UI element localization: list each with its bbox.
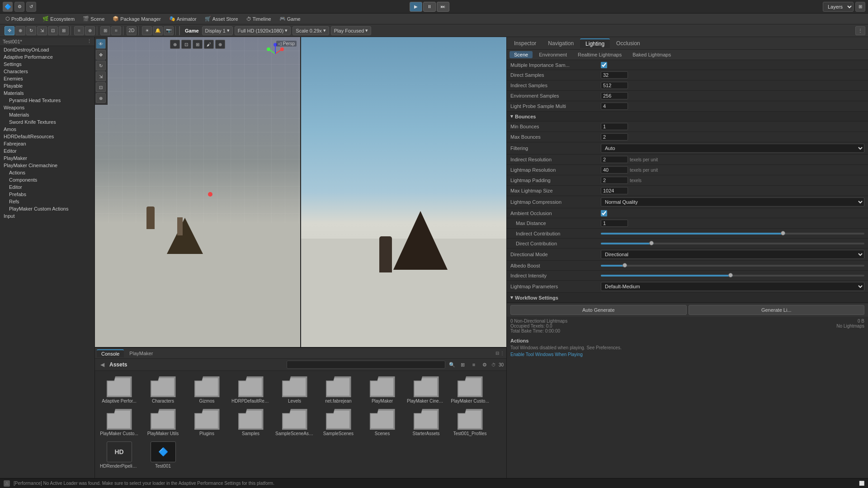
resolution-dropdown[interactable]: Full HD (868x488) ▾ [235, 26, 291, 35]
assets-back-btn[interactable]: ◀ [98, 360, 107, 369]
slider-direct-contribution[interactable] [601, 243, 864, 244]
camera-gizmo-btn[interactable]: 📷 [164, 26, 174, 35]
assets-search-input[interactable] [287, 361, 445, 369]
dropdown-filtering[interactable]: Auto [601, 144, 864, 153]
scene-scale-btn[interactable]: ⇲ [96, 71, 106, 81]
paint-btn[interactable]: 🖌 [204, 40, 214, 49]
rotate-tool[interactable]: ↻ [26, 26, 36, 35]
sort-icon[interactable]: ≡ [470, 361, 478, 369]
hierarchy-item-8[interactable]: Weapons [0, 104, 94, 111]
hierarchy-item-10[interactable]: Sword Knife Textures [0, 118, 94, 126]
subtab-environment[interactable]: Environment [534, 51, 571, 58]
hierarchy-item-16[interactable]: PlayMaker Cinemachine [0, 162, 94, 169]
hand-tool[interactable]: ✥ [5, 26, 14, 35]
asset-test001-profiles[interactable]: Test001_Profiles [448, 406, 491, 438]
slider-albedo-boost[interactable] [601, 265, 864, 267]
hierarchy-item-9[interactable]: Materials [0, 111, 94, 118]
menu-game[interactable]: 🎮 Game [276, 15, 304, 23]
hierarchy-item-12[interactable]: HDRDefaultResources [0, 133, 94, 140]
hierarchy-item-14[interactable]: Editor [0, 147, 94, 155]
subtab-baked-lm[interactable]: Baked Lightmaps [628, 51, 675, 58]
subtab-realtime-lm[interactable]: Realtime Lightmaps [573, 51, 626, 58]
menu-animator[interactable]: 🎭 Animator [165, 15, 200, 23]
asset-plugins[interactable]: Plugins [185, 406, 228, 438]
hierarchy-item-18[interactable]: Components [0, 176, 94, 183]
snap-btn[interactable]: ⊞ [100, 26, 110, 35]
slider-thumb-direct[interactable] [649, 241, 654, 245]
search-icon[interactable]: 🔍 [448, 361, 456, 369]
asset-hdrp[interactable]: HDRPDefaultRes... [229, 374, 272, 405]
tab-navigation[interactable]: Navigation [542, 39, 579, 48]
play-button[interactable]: ▶ [410, 2, 422, 12]
hierarchy-item-11[interactable]: Amos [0, 126, 94, 133]
scene-viewport[interactable]: 👁 ✥ ↻ ⇲ ⊡ ⊕ ⊕ ⊡ ⊞ 🖌 ⊕ [95, 37, 301, 347]
dropdown-lightmap-compression[interactable]: Normal Quality [601, 197, 864, 206]
play-focused-btn[interactable]: Play Focused ▾ [331, 26, 372, 35]
asset-scenes[interactable]: Scenes [361, 406, 404, 438]
pivot-btn[interactable]: ⌗ [74, 26, 84, 35]
slider-indirect-intensity[interactable] [601, 275, 864, 277]
scale-dropdown[interactable]: Scale 0.29x ▾ [292, 26, 329, 35]
scene-rotate-btn[interactable]: ↻ [96, 61, 106, 70]
step-button[interactable]: ⏭ [437, 2, 449, 12]
input-direct-samples[interactable] [601, 71, 628, 79]
hierarchy-item-0[interactable]: DontDestroyOnLoad [0, 46, 94, 53]
dropdown-directional-mode[interactable]: Directional [601, 250, 864, 259]
slider-indirect-contribution[interactable] [601, 233, 864, 235]
asset-net[interactable]: net.fabrejean [317, 374, 360, 405]
asset-samples[interactable]: Samples [229, 406, 272, 438]
input-indirect-samples[interactable] [601, 82, 628, 89]
hierarchy-item-21[interactable]: Refs [0, 198, 94, 205]
more-options-btn[interactable]: ⋮ [855, 26, 865, 35]
asset-adaptive[interactable]: Adaptive Perfor... [98, 374, 141, 405]
asset-playmaker-custo1[interactable]: PlayMaker Custo... [448, 374, 491, 405]
light-gizmo-btn[interactable]: ☀ [142, 26, 152, 35]
menu-scene[interactable]: 🎬 Scene [79, 15, 108, 23]
menu-probuilder[interactable]: ⬡ ProBuilder [2, 15, 38, 23]
hierarchy-item-6[interactable]: Materials [0, 89, 94, 97]
input-max-lightmap-size[interactable] [601, 187, 628, 194]
input-max-bounces[interactable] [601, 133, 628, 141]
global-btn[interactable]: ⊕ [85, 26, 95, 35]
layers-dropdown[interactable]: Layers [823, 2, 854, 12]
checkbox-ambient-occlusion[interactable] [601, 210, 607, 216]
asset-test001[interactable]: 🔷 Test001 [142, 439, 184, 470]
collapse-btn[interactable]: ⊟ [495, 351, 499, 356]
slider-thumb-indirect[interactable] [781, 231, 785, 235]
subtab-scene[interactable]: Scene [509, 51, 533, 58]
undo-btn[interactable]: ↺ [26, 2, 36, 12]
generate-btn[interactable]: Generate Li... [689, 305, 865, 315]
display-dropdown[interactable]: Display 1 ▾ [202, 26, 233, 35]
hierarchy-item-20[interactable]: Prefabs [0, 191, 94, 198]
2d-btn[interactable]: 2D [127, 26, 137, 35]
hierarchy-item-2[interactable]: Settings [0, 61, 94, 68]
menu-asset-store[interactable]: 🛒 Asset Store [201, 15, 242, 23]
input-env-samples[interactable] [601, 92, 628, 99]
hierarchy-item-15[interactable]: PlayMaker [0, 155, 94, 162]
rect-select-btn[interactable]: ⊡ [181, 40, 191, 49]
scene-rect-btn[interactable]: ⊡ [96, 82, 106, 92]
hierarchy-item-5[interactable]: Playable [0, 82, 94, 89]
more-btn[interactable]: ⋮ [500, 351, 505, 356]
pause-button[interactable]: ⏸ [423, 2, 436, 12]
scene-move-btn[interactable]: ✥ [96, 50, 106, 60]
scale-tool[interactable]: ⇲ [37, 26, 47, 35]
asset-levels[interactable]: Levels [273, 374, 316, 405]
hierarchy-item-19[interactable]: Editor [0, 183, 94, 191]
input-indirect-resolution[interactable] [601, 156, 628, 163]
hierarchy-more[interactable]: ⋮ [87, 38, 92, 44]
hierarchy-item-23[interactable]: Input [0, 212, 94, 220]
actions-link[interactable]: Enable Tool Windows When Playing [510, 352, 864, 357]
scene-hand-btn[interactable]: 👁 [96, 39, 106, 49]
slider-thumb-indirect-intensity[interactable] [728, 273, 733, 277]
asset-characters[interactable]: Characters [142, 374, 184, 405]
input-light-probe[interactable] [601, 103, 628, 110]
menu-package-manager[interactable]: 📦 Package Manager [109, 15, 164, 23]
hierarchy-item-1[interactable]: Adaptive Performance [0, 53, 94, 61]
audio-gizmo-btn[interactable]: 🔔 [153, 26, 163, 35]
hierarchy-item-3[interactable]: Characters [0, 68, 94, 75]
transform-all-btn[interactable]: ⊞ [193, 40, 203, 49]
asset-starter[interactable]: StarterAssets [405, 406, 448, 438]
asset-samplescenes[interactable]: SampleScenes [317, 406, 360, 438]
menu-ecosystem[interactable]: 🌿 Ecosystem [39, 15, 78, 23]
